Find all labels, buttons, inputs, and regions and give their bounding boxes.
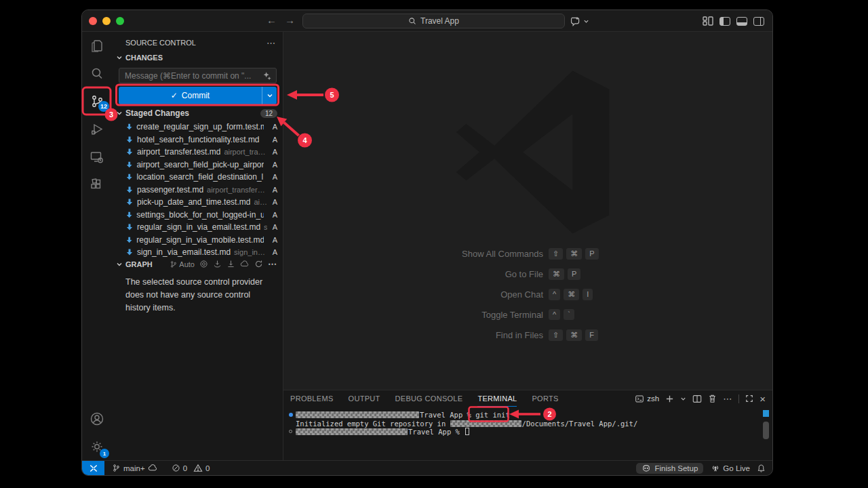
file-row[interactable]: settings_block_for_not_logged-in_u...A — [112, 209, 283, 222]
more-actions-icon[interactable]: ⋯ — [267, 38, 276, 48]
git-status-added: A — [271, 223, 277, 231]
bottom-panel: PROBLEMS OUTPUT DEBUG CONSOLE TERMINAL P… — [283, 390, 772, 460]
chevron-down-icon — [116, 110, 123, 117]
markdown-file-icon — [125, 161, 133, 169]
zoom-window-button[interactable] — [116, 17, 124, 25]
search-icon — [408, 17, 416, 25]
activity-remote-explorer[interactable] — [82, 143, 112, 171]
tab-ports[interactable]: PORTS — [532, 390, 558, 407]
split-terminal-icon[interactable] — [692, 394, 702, 403]
file-name: pick-up_date_and_time.test.md — [137, 197, 250, 207]
file-name: location_search_field_destination_l... — [136, 172, 264, 182]
markdown-file-icon — [125, 123, 133, 131]
trash-icon[interactable] — [708, 394, 717, 403]
commit-dropdown[interactable] — [262, 87, 277, 104]
chevron-down-icon[interactable] — [680, 396, 686, 402]
file-name: sign_in_via_email.test.md — [137, 247, 231, 257]
file-row[interactable]: location_search_field_destination_l...A — [112, 171, 283, 184]
maximize-panel-icon[interactable] — [745, 394, 753, 403]
activity-explorer[interactable] — [82, 32, 112, 60]
notifications-button[interactable] — [753, 461, 772, 475]
refresh-icon[interactable] — [254, 260, 263, 268]
minimize-window-button[interactable] — [102, 17, 111, 25]
nav-back-icon[interactable]: ← — [267, 14, 277, 26]
staged-changes-header[interactable]: Staged Changes 12 — [116, 108, 277, 118]
shell-selector[interactable]: zsh — [635, 394, 659, 403]
terminal-content[interactable]: Travel App % git init Initialized empty … — [283, 408, 762, 460]
markdown-file-icon — [125, 248, 134, 256]
file-row[interactable]: airport_search_field_pick-up_airpor...A — [112, 159, 283, 171]
activity-settings[interactable]: 1 — [82, 432, 112, 460]
graph-auto-toggle[interactable]: Auto — [170, 260, 195, 268]
problems-status[interactable]: 0 0 — [168, 461, 214, 475]
graph-more-icon[interactable]: ⋯ — [268, 259, 277, 269]
file-row[interactable]: sign_in_via_email.test.mdsign_in_fo...A — [112, 246, 283, 259]
activity-extensions[interactable] — [82, 171, 112, 199]
git-status-added: A — [271, 198, 277, 206]
git-status-added: A — [271, 136, 277, 144]
shortcut-label: Go to File — [283, 269, 543, 279]
remote-indicator[interactable] — [82, 461, 104, 475]
fetch-icon[interactable] — [213, 260, 222, 268]
tab-terminal[interactable]: TERMINAL — [477, 390, 517, 407]
file-row[interactable]: hotel_search_functionality.test.mdA — [112, 134, 283, 146]
shell-label: zsh — [647, 394, 659, 403]
branch-icon — [112, 464, 121, 472]
activity-run-debug[interactable] — [82, 115, 112, 143]
git-status-added: A — [271, 123, 277, 131]
cloud-icon[interactable] — [240, 260, 250, 268]
command-success-dot — [289, 413, 293, 417]
activity-account[interactable] — [82, 405, 112, 432]
tab-problems[interactable]: PROBLEMS — [290, 390, 334, 407]
staged-label: Staged Changes — [125, 108, 189, 118]
markdown-file-icon — [125, 136, 134, 144]
tab-output[interactable]: OUTPUT — [349, 390, 380, 407]
vscode-logo-watermark — [450, 69, 616, 235]
branch-icon — [170, 260, 178, 268]
pull-icon[interactable] — [226, 260, 235, 268]
activity-search[interactable] — [82, 60, 112, 87]
file-row[interactable]: regular_sign_in_via_mobile.test.md...A — [112, 234, 283, 247]
target-icon[interactable] — [199, 260, 208, 268]
terminal-scrollbar[interactable] — [763, 422, 769, 439]
go-live-label: Go Live — [723, 464, 750, 472]
file-row[interactable]: create_regular_sign_up_form.test.mdA — [112, 121, 283, 134]
changes-section-header[interactable]: CHANGES — [116, 54, 163, 62]
warnings-icon — [193, 464, 203, 472]
file-row[interactable]: regular_sign_in_via_email.test.mdsi...A — [112, 221, 283, 234]
command-center-search[interactable]: Travel App — [302, 14, 565, 28]
git-status-added: A — [271, 173, 277, 181]
toggle-primary-sidebar-icon[interactable] — [719, 17, 730, 26]
file-folder-hint: sign_in_fo... — [234, 248, 267, 256]
close-panel-icon[interactable]: × — [760, 394, 766, 404]
changes-label: CHANGES — [125, 54, 163, 62]
file-row[interactable]: airport_transfer.test.mdairport_trans...… — [112, 146, 283, 159]
close-window-button[interactable] — [89, 17, 97, 25]
tab-debug-console[interactable]: DEBUG CONSOLE — [395, 390, 463, 407]
terminal-cursor — [465, 428, 469, 435]
activity-source-control[interactable]: 12 — [82, 87, 112, 115]
chat-toggle[interactable] — [570, 10, 589, 32]
file-folder-hint: airport_transfer_s... — [207, 186, 267, 194]
panel-more-icon[interactable]: ⋯ — [723, 394, 732, 404]
file-row[interactable]: passenger.test.mdairport_transfer_s...A — [112, 184, 283, 197]
customize-layout-icon[interactable] — [703, 16, 713, 26]
nav-forward-icon[interactable]: → — [285, 14, 295, 26]
graph-section-header[interactable]: GRAPH Auto ⋯ — [116, 259, 277, 269]
errors-icon — [172, 464, 180, 472]
go-live-button[interactable]: Go Live — [707, 461, 753, 475]
file-name: create_regular_sign_up_form.test.md — [136, 122, 264, 131]
branch-status[interactable]: main+ — [108, 461, 161, 475]
sparkle-icon[interactable] — [262, 71, 272, 81]
scrollbar-decoration — [763, 410, 769, 417]
toggle-secondary-sidebar-icon[interactable] — [753, 17, 764, 26]
git-init-command: git init — [475, 411, 510, 419]
finish-setup-button[interactable]: Finish Setup — [636, 463, 703, 474]
new-terminal-icon[interactable] — [665, 394, 674, 403]
key-cmd: ⌘ — [549, 268, 564, 280]
scm-count-badge: 12 — [98, 101, 109, 112]
commit-message-input[interactable] — [119, 68, 277, 83]
file-row[interactable]: pick-up_date_and_time.test.mdairp...A — [112, 196, 283, 209]
toggle-panel-icon[interactable] — [736, 17, 747, 26]
commit-button[interactable]: ✓ Commit — [119, 87, 277, 104]
